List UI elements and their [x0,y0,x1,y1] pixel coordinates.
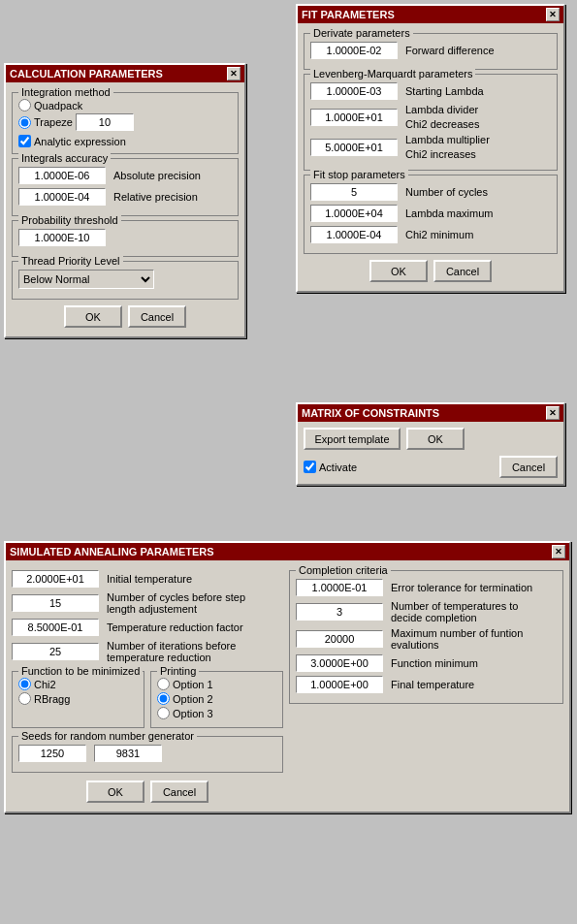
trapeze-value-input[interactable] [76,113,134,131]
option2-radio[interactable] [157,692,170,705]
derivate-label: Forward difference [405,45,495,56]
matrix-constraints-close-button[interactable]: ✕ [546,406,560,420]
activate-checkbox[interactable] [304,461,316,473]
option2-label: Option 2 [173,693,213,705]
temp-reduction-row: Temperature reduction factor [12,619,283,636]
lm1-label: Starting Lambda [405,85,484,97]
sim-annealing-main: Initial temperature Number of cycles bef… [12,566,563,806]
completion-group: Completion criteria Error tolerance for … [289,570,563,704]
derivate-value-input[interactable] [310,42,398,59]
cycles-label: Number of cycles before step length adju… [107,591,262,615]
fit-params-close-button[interactable]: ✕ [546,8,560,21]
iterations-input[interactable] [12,643,99,660]
fs3-value-input[interactable] [310,226,398,243]
fit-params-ok-button[interactable]: OK [369,260,428,282]
seed2-input[interactable] [94,745,162,762]
func-min-input[interactable] [296,654,383,672]
seeds-row [18,745,276,762]
func-min-row: Function minimum [296,654,557,672]
initial-temp-label: Initial temperature [107,573,192,585]
final-temp-input[interactable] [296,676,383,693]
calc-params-buttons: OK Cancel [12,305,239,328]
iterations-label: Number of iterations before temperature … [107,640,262,663]
num-temps-input[interactable] [296,603,383,621]
absolute-value-input[interactable] [18,167,106,184]
calc-params-title-bar: CALCULATION PARAMETERS ✕ [6,65,244,82]
chi2-radio[interactable] [18,678,31,690]
printing-group: Printing Option 1 Option 2 Option 3 [150,671,283,728]
trapeze-label: Trapeze [34,116,73,128]
export-template-button[interactable]: Export template [304,428,401,450]
option1-radio[interactable] [157,678,170,690]
calc-params-title: CALCULATION PARAMETERS [10,68,163,80]
seed1-input[interactable] [18,745,86,762]
function-group-label: Function to be minimized [18,665,143,677]
lm2-value-input[interactable] [310,109,398,126]
probability-value-input[interactable] [18,229,106,246]
derivate-group: Derivate parameters Forward difference [304,33,558,70]
quadpack-radio-row: Quadpack [18,99,232,112]
lm-group-label: Levenberg-Marquardt parameters [310,68,475,80]
sim-annealing-cancel-button[interactable]: Cancel [150,781,208,803]
sim-annealing-title-bar: SIMULATED ANNEALING PARAMETERS ✕ [6,543,569,560]
fitstop-group-label: Fit stop parameters [310,169,408,180]
lm3-label1: Lambda multiplier [405,134,490,145]
calc-params-close-button[interactable]: ✕ [227,67,240,80]
temp-reduction-input[interactable] [12,619,99,636]
option1-radio-row: Option 1 [157,678,276,690]
cycles-input[interactable] [12,594,99,612]
matrix-ok-button[interactable]: OK [406,428,465,450]
calc-params-cancel-button[interactable]: Cancel [128,305,186,328]
calc-params-ok-button[interactable]: OK [64,305,122,328]
error-tol-input[interactable] [296,579,383,596]
fs1-value-input[interactable] [310,183,398,201]
error-tol-row: Error tolerance for termination [296,579,557,596]
fs2-label: Lambda maximum [405,207,493,219]
fit-params-body: Derivate parameters Forward difference L… [298,23,563,291]
lm3-row: Lambda multiplier Chi2 increases [310,134,551,160]
absolute-label: Absolute precision [113,170,201,181]
fs2-value-input[interactable] [310,205,398,222]
derivate-row: Forward difference [310,42,551,59]
fitstop-group: Fit stop parameters Number of cycles Lam… [304,175,558,254]
max-func-row: Maximum number of funtion evalutions [296,627,557,651]
thread-dropdown[interactable]: Below Normal Normal Above Normal High [18,270,154,289]
sim-left-col: Initial temperature Number of cycles bef… [12,566,283,806]
sim-annealing-ok-button[interactable]: OK [86,781,144,803]
rbragg-radio[interactable] [18,692,31,705]
rbragg-label: RBragg [34,693,70,705]
max-func-label: Maximum number of funtion evalutions [391,627,527,651]
sim-annealing-close-button[interactable]: ✕ [552,545,565,558]
fit-params-title: FIT PARAMETERS [302,9,395,20]
function-group: Function to be minimized Chi2 RBragg [12,671,144,728]
integration-group-label: Integration method [18,86,113,98]
initial-temp-input[interactable] [12,570,99,588]
fit-params-title-bar: FIT PARAMETERS ✕ [298,6,563,23]
quadpack-radio[interactable] [18,99,31,112]
thread-group-label: Thread Priority Level [18,255,123,267]
function-printing-row: Function to be minimized Chi2 RBragg Pri… [12,667,283,732]
sim-annealing-buttons: OK Cancel [12,781,283,803]
relative-value-input[interactable] [18,188,106,206]
lm3-value-input[interactable] [310,139,398,156]
lm1-value-input[interactable] [310,82,398,100]
relative-label: Relative precision [113,191,198,203]
option3-label: Option 3 [173,708,213,719]
matrix-constraints-title-bar: MATRIX OF CONSTRAINTS ✕ [298,404,563,422]
lm2-label1: Lambda divider [405,104,479,115]
trapeze-radio[interactable] [18,116,31,129]
rbragg-radio-row: RBragg [18,692,138,705]
thread-row: Below Normal Normal Above Normal High [18,270,232,289]
fs2-row: Lambda maximum [310,205,551,222]
num-temps-label: Number of temperatures to decide complet… [391,600,527,623]
matrix-cancel-button[interactable]: Cancel [499,456,558,478]
analytic-check-row: Analytic expression [18,135,232,147]
max-func-input[interactable] [296,630,383,648]
activate-label: Activate [319,462,357,473]
option3-radio[interactable] [157,707,170,719]
analytic-checkbox[interactable] [18,135,31,147]
printing-group-label: Printing [157,665,199,677]
probability-row [18,229,232,246]
fit-params-cancel-button[interactable]: Cancel [433,260,492,282]
fs3-label: Chi2 minimum [405,229,473,240]
